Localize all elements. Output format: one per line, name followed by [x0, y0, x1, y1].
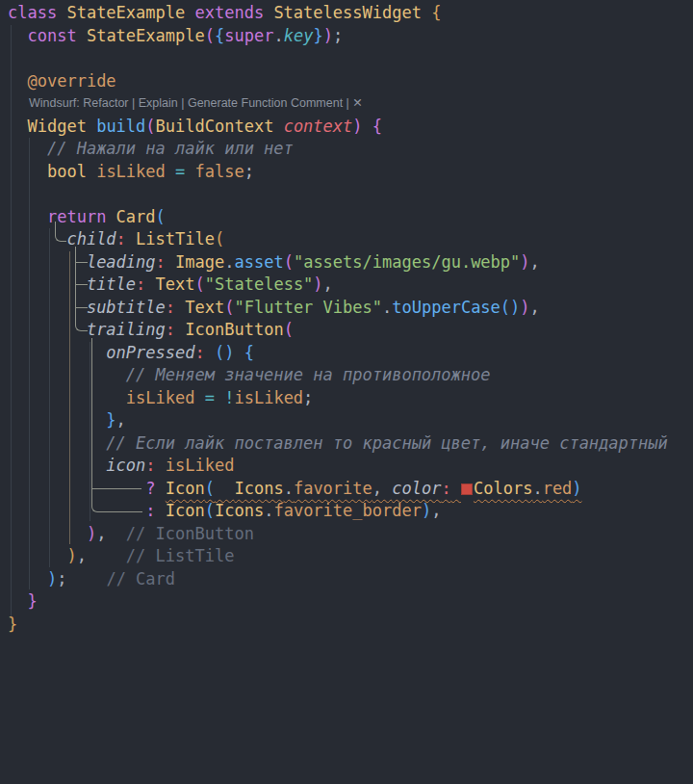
code-line[interactable]: : Icon(Icons.favorite_border), [8, 500, 668, 523]
code-token [8, 229, 66, 248]
codelens-action-explain[interactable]: Explain [139, 96, 178, 110]
code-line[interactable]: leading: Image.asset("assets/images/gu.w… [8, 251, 668, 274]
code-line[interactable]: const StateExample({super.key}); [8, 25, 668, 48]
code-line[interactable]: // Нажали на лайк или нет [8, 138, 668, 161]
code-token: ) [87, 524, 96, 543]
code-line[interactable] [8, 183, 668, 206]
codelens-separator: | [343, 96, 352, 110]
code-line[interactable] [8, 47, 668, 70]
code-line[interactable]: ), // IconButton [8, 523, 668, 546]
code-token [8, 456, 106, 475]
closing-label: // ListTile [87, 546, 235, 565]
code-token [8, 207, 47, 226]
code-token [8, 365, 126, 384]
code-token: leading [87, 252, 156, 272]
code-line[interactable]: class StateExample extends StatelessWidg… [8, 2, 668, 25]
code-token: Text [175, 298, 224, 317]
code-token: ; [303, 388, 313, 407]
code-token: class [8, 3, 57, 22]
code-editor[interactable]: class StateExample extends StatelessWidg… [0, 0, 693, 784]
code-line[interactable]: } [8, 614, 668, 637]
codelens-provider-label: Windsurf: [29, 96, 83, 110]
code-token [8, 569, 47, 588]
code-token: : [145, 456, 155, 475]
code-line[interactable]: ), // ListTile [8, 545, 668, 568]
code-line[interactable]: // Если лайк поставлен то красный цвет, … [8, 432, 668, 456]
code-token: context [273, 117, 352, 136]
code-token: Widget [27, 117, 86, 136]
code-token [8, 410, 106, 430]
code-token: : [166, 320, 175, 339]
code-token: ( [145, 117, 155, 136]
code-token: ) [572, 479, 581, 498]
code-line[interactable]: onPressed: () { [8, 342, 668, 365]
code-token [8, 117, 27, 136]
codelens-dismiss-icon[interactable]: ✕ [352, 96, 362, 110]
code-token: onPressed [106, 343, 194, 362]
code-token: subtitle [87, 298, 166, 317]
code-token: color [392, 479, 441, 498]
code-token [8, 343, 106, 362]
code-token: Icon [166, 501, 205, 520]
code-line[interactable]: title: Text("Stateless"), [8, 274, 668, 297]
code-token: @override [27, 71, 116, 91]
code-token: favorite [294, 479, 372, 498]
code-line[interactable]: // Меняем значение на противоположное [8, 364, 668, 387]
code-token: , [96, 524, 106, 543]
code-line[interactable]: Widget build(BuildContext context) { [8, 116, 668, 139]
code-token: isLiked [156, 456, 235, 475]
code-token: : [194, 343, 204, 362]
code-token: StateExample [77, 26, 205, 45]
code-token: ListTile [126, 229, 215, 248]
code-token: child [66, 229, 116, 248]
code-token: title [87, 274, 136, 294]
code-line[interactable]: ); // Card [8, 568, 668, 591]
code-token: } [8, 614, 17, 634]
color-preview-swatch[interactable] [461, 483, 473, 495]
code-line[interactable]: trailing: IconButton( [8, 319, 668, 342]
code-token: : [441, 479, 450, 498]
code-token: Icon [166, 479, 205, 498]
code-token: Colors [474, 479, 532, 498]
code-token: ! [215, 388, 234, 407]
code-token: : [136, 274, 145, 294]
code-token: return [47, 207, 106, 226]
code-token [8, 479, 145, 498]
code-line[interactable]: @override [8, 70, 668, 93]
code-token: ) [520, 252, 529, 272]
code-area: class StateExample extends StatelessWidg… [0, 0, 668, 636]
code-line[interactable]: } [8, 590, 668, 614]
code-token: = [166, 162, 185, 181]
code-token: bool [47, 162, 87, 181]
code-token: ( [224, 298, 234, 317]
code-line[interactable]: return Card( [8, 206, 668, 229]
code-token: "assets/images/gu.webp" [294, 252, 520, 272]
code-line[interactable]: bool isLiked = false; [8, 161, 668, 184]
code-token: isLiked [126, 388, 195, 407]
code-token: red [543, 479, 573, 498]
closing-label: // IconButton [106, 524, 254, 543]
code-token: ( [205, 479, 215, 498]
code-token: Card [106, 207, 155, 226]
code-token: { [215, 26, 224, 45]
code-token: () { [205, 343, 254, 362]
code-line[interactable]: }, [8, 409, 668, 432]
code-token: } [313, 26, 322, 45]
code-token [8, 252, 87, 272]
code-line[interactable]: child: ListTile( [8, 228, 668, 251]
code-token: icon [106, 456, 145, 475]
code-token: ( [215, 229, 224, 248]
code-line[interactable]: ? Icon( Icons.favorite, color: Colors.re… [8, 478, 668, 501]
code-line[interactable]: isLiked = !isLiked; [8, 387, 668, 410]
code-token: Text [145, 274, 194, 294]
code-token: favorite_border [273, 501, 422, 520]
code-token: . [284, 479, 294, 498]
code-line[interactable]: subtitle: Text("Flutter Vibes".toUpperCa… [8, 297, 668, 320]
code-token: , [372, 479, 392, 498]
codelens-action-refactor[interactable]: Refactor [83, 96, 128, 110]
code-token: ? [145, 479, 165, 498]
closing-label: // Card [66, 569, 175, 588]
code-token: ; [333, 26, 343, 45]
codelens-action-generate-function-comment[interactable]: Generate Function Comment [188, 96, 343, 110]
code-line[interactable]: icon: isLiked [8, 455, 668, 478]
